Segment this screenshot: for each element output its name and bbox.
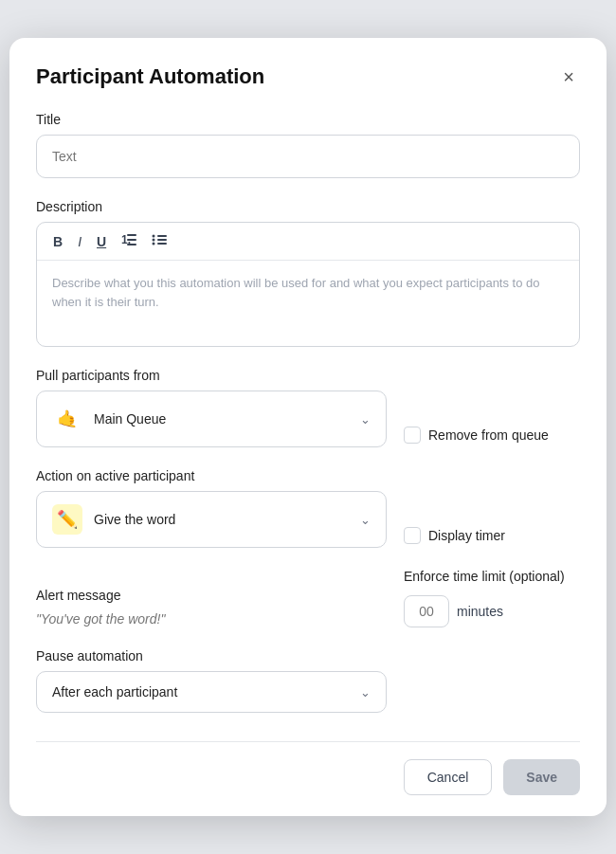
participant-automation-modal: Participant Automation × Title Descripti… [9, 38, 607, 816]
pause-automation-dropdown[interactable]: After each participant ⌄ [36, 671, 387, 713]
svg-rect-2 [127, 239, 136, 241]
svg-rect-1 [127, 234, 136, 236]
svg-rect-8 [157, 239, 167, 241]
title-field-group: Title [36, 112, 580, 178]
pull-participants-dropdown[interactable]: 🤙 Main Queue ⌄ [36, 391, 387, 447]
action-participant-left: ✏️ Give the word ⌄ [36, 491, 387, 548]
pull-participants-left: 🤙 Main Queue ⌄ [36, 391, 387, 447]
give-word-icon: ✏️ [52, 504, 82, 535]
remove-from-queue-label: Remove from queue [428, 427, 549, 443]
queue-icon: 🤙 [52, 404, 82, 434]
remove-from-queue-checkbox-wrap[interactable]: Remove from queue [404, 427, 549, 444]
bold-button[interactable]: B [48, 231, 67, 252]
rich-toolbar: B I U 1. [37, 223, 579, 261]
rich-editor[interactable]: B I U 1. [36, 222, 580, 347]
enforce-field: Enforce time limit (optional) minutes [404, 569, 580, 627]
action-participant-group: Action on active participant ✏️ Give the… [36, 468, 580, 548]
pull-participants-row: 🤙 Main Queue ⌄ Remove from queue [36, 391, 580, 447]
modal-title: Participant Automation [36, 64, 264, 89]
svg-point-4 [153, 235, 155, 238]
action-participant-value: Give the word [94, 512, 349, 527]
pause-automation-chevron: ⌄ [360, 685, 371, 700]
underline-button[interactable]: U [92, 231, 111, 252]
action-participant-label: Action on active participant [36, 468, 580, 483]
svg-rect-7 [157, 235, 167, 237]
title-label: Title [36, 112, 580, 127]
unordered-list-button[interactable] [147, 230, 172, 252]
svg-point-6 [153, 243, 155, 245]
action-participant-chevron: ⌄ [360, 513, 371, 527]
close-button[interactable]: × [557, 65, 580, 88]
display-timer-label: Display timer [428, 528, 505, 543]
modal-footer: Cancel Save [36, 741, 580, 816]
action-participant-row: ✏️ Give the word ⌄ Display timer [36, 491, 580, 548]
enforce-label: Enforce time limit (optional) [404, 569, 580, 584]
action-participant-right: Display timer [404, 527, 580, 544]
description-editor-area[interactable]: Describe what you this automation will b… [37, 261, 579, 346]
svg-point-5 [153, 239, 155, 242]
pause-automation-value: After each participant [52, 684, 349, 700]
svg-rect-3 [127, 244, 136, 245]
title-input[interactable] [36, 135, 580, 178]
alert-input[interactable] [36, 611, 387, 627]
pull-participants-right: Remove from queue [404, 427, 580, 444]
enforce-number-input[interactable] [404, 595, 449, 627]
display-timer-checkbox-wrap[interactable]: Display timer [404, 527, 505, 544]
pull-participants-value: Main Queue [94, 411, 349, 427]
ordered-list-button[interactable]: 1. [117, 230, 141, 252]
enforce-input-row: minutes [404, 595, 580, 627]
pull-participants-label: Pull participants from [36, 368, 580, 383]
description-placeholder: Describe what you this automation will b… [52, 276, 540, 309]
description-label: Description [36, 199, 580, 214]
description-field-group: Description B I U 1. [36, 199, 580, 347]
alert-enforce-row: Alert message Enforce time limit (option… [36, 569, 580, 627]
modal-header: Participant Automation × [36, 64, 580, 89]
alert-label: Alert message [36, 588, 387, 603]
pull-participants-chevron: ⌄ [360, 412, 371, 427]
save-button[interactable]: Save [503, 759, 580, 795]
display-timer-checkbox[interactable] [404, 527, 421, 544]
pause-automation-label: Pause automation [36, 648, 580, 663]
pull-participants-group: Pull participants from 🤙 Main Queue ⌄ Re… [36, 368, 580, 447]
alert-field: Alert message [36, 588, 387, 627]
italic-button[interactable]: I [73, 231, 86, 252]
enforce-unit: minutes [457, 604, 503, 619]
action-participant-dropdown[interactable]: ✏️ Give the word ⌄ [36, 491, 387, 548]
pause-automation-group: Pause automation After each participant … [36, 648, 580, 713]
svg-rect-9 [157, 243, 167, 245]
remove-from-queue-checkbox[interactable] [404, 427, 421, 444]
cancel-button[interactable]: Cancel [404, 759, 493, 795]
